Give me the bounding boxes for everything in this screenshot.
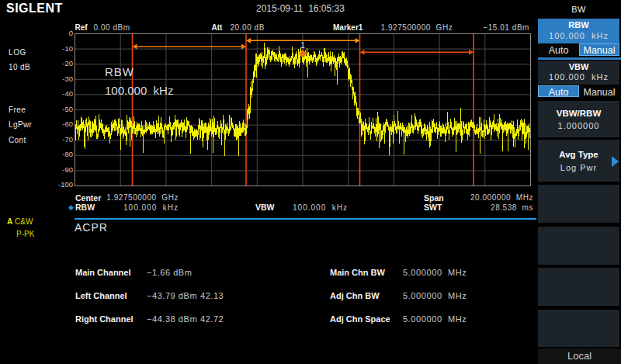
svg-text:1: 1 [300,41,305,50]
